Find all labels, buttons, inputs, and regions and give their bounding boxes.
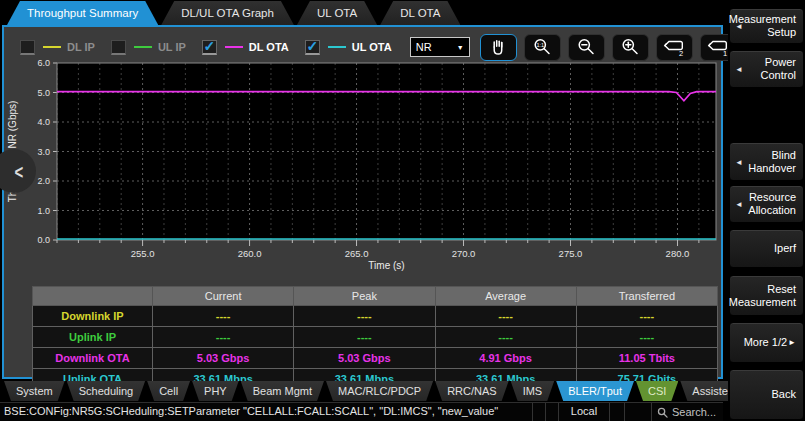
search-placeholder: Search...: [672, 406, 716, 418]
status-bar: BSE:CONFig:NR5G:SCHeduling:SETParameter …: [0, 402, 723, 421]
cell-peak: ----: [294, 327, 435, 348]
legend-item-ul-ota: ✓ UL OTA: [305, 40, 392, 55]
sidebar-button-more[interactable]: More 1/2 ►: [729, 322, 804, 363]
ul-ip-checkbox[interactable]: [111, 40, 126, 55]
search-box[interactable]: Search...: [651, 403, 723, 421]
tab-csi[interactable]: CSI: [636, 381, 678, 401]
sidebar-button-power-control[interactable]: ◄ Power Control: [729, 50, 804, 88]
softkey-sidebar: ◄ Measurement Setup ◄ Power Control ◄ Bl…: [728, 0, 805, 421]
ul-ip-color-swatch: [134, 46, 152, 48]
sidebar-button-label: Resource Allocation: [737, 191, 796, 217]
search-icon: [657, 407, 668, 418]
x-tick-label: 265.0: [345, 248, 369, 259]
tab-system[interactable]: System: [4, 381, 65, 401]
zoom-out-icon: [576, 37, 596, 57]
sidebar-button-label: Back: [772, 388, 796, 401]
column-header-blank: [33, 287, 153, 306]
sidebar-button-reset-measurement[interactable]: Reset Measurement: [729, 275, 804, 316]
sidebar-button-blind-handover[interactable]: ◄ Blind Handover: [729, 142, 804, 181]
column-header-current: Current: [153, 287, 294, 306]
svg-text:1:1: 1:1: [537, 42, 545, 48]
row-label: Downlink OTA: [33, 348, 153, 369]
chevron-left-icon: <: [15, 160, 24, 182]
status-cell: [532, 403, 545, 421]
dl-ota-color-swatch: [225, 46, 243, 48]
sidebar-button-label: Iperf: [774, 242, 796, 255]
row-label: Downlink IP: [33, 306, 153, 327]
tab-ul-ota[interactable]: UL OTA: [297, 1, 377, 25]
table-row-downlink-ota: Downlink OTA 5.03 Gbps 5.03 Gbps 4.91 Gb…: [33, 348, 718, 369]
throughput-chart[interactable]: 0.01.02.03.04.05.06.0255.0260.0265.0270.…: [4, 55, 720, 277]
hand-icon: [488, 37, 508, 57]
status-cell: [624, 403, 651, 421]
local-remote-indicator: Local: [558, 403, 609, 421]
dl-ip-checkbox[interactable]: [20, 40, 35, 55]
throughput-table: Current Peak Average Transferred Downlin…: [32, 286, 718, 390]
technology-dropdown-value: NR: [416, 41, 432, 53]
x-tick-label: 280.0: [666, 248, 690, 259]
graph-tab-bar: Throughput Summary DL/UL OTA Graph UL OT…: [2, 0, 723, 25]
marker-1-icon: 1: [706, 37, 730, 57]
column-header-transferred: Transferred: [576, 287, 717, 306]
status-cell: [609, 403, 624, 421]
left-arrow-icon: ◄: [735, 63, 743, 76]
y-tick-label: 4.0: [37, 117, 50, 127]
tab-cell[interactable]: Cell: [147, 381, 190, 401]
tab-rrc-nas[interactable]: RRC/NAS: [435, 381, 509, 401]
ul-ota-checkbox[interactable]: ✓: [305, 40, 320, 55]
sidebar-button-back[interactable]: Back: [729, 369, 804, 420]
y-tick-label: 0.0: [37, 235, 50, 245]
cell-transferred: ----: [576, 327, 717, 348]
sidebar-button-resource-allocation[interactable]: ◄ Resource Allocation: [729, 185, 804, 223]
tab-mac-rlc-pdcp[interactable]: MAC/RLC/PDCP: [326, 381, 433, 401]
technology-dropdown[interactable]: NR ▼: [410, 37, 470, 57]
x-tick-label: 260.0: [238, 248, 262, 259]
svg-text:1: 1: [723, 49, 727, 57]
dl-ota-checkbox[interactable]: ✓: [202, 40, 217, 55]
tab-beam-mgmt[interactable]: Beam Mgmt: [241, 381, 324, 401]
chevron-down-icon: ▼: [457, 44, 464, 51]
tab-dl-ota[interactable]: DL OTA: [380, 1, 460, 25]
legend-item-dl-ota: ✓ DL OTA: [202, 40, 289, 55]
table-row-uplink-ip: Uplink IP ---- ---- ---- ----: [33, 327, 718, 348]
dl-ip-color-swatch: [43, 46, 61, 48]
throughput-summary-panel: DL IP UL IP ✓ DL OTA ✓ UL OTA NR ▼: [2, 25, 723, 379]
row-label: Uplink IP: [33, 327, 153, 348]
table-row-downlink-ip: Downlink IP ---- ---- ---- ----: [33, 306, 718, 327]
tab-throughput-summary[interactable]: Throughput Summary: [7, 1, 158, 25]
x-tick-label: 275.0: [559, 248, 583, 259]
tab-ims[interactable]: IMS: [511, 381, 555, 401]
sidebar-button-label: Reset Measurement: [729, 283, 796, 309]
cell-average: ----: [435, 306, 576, 327]
sidebar-button-measurement-setup[interactable]: ◄ Measurement Setup: [729, 8, 804, 44]
config-tab-bar: System Scheduling Cell PHY Beam Mgmt MAC…: [2, 381, 723, 401]
tab-phy[interactable]: PHY: [192, 381, 239, 401]
y-tick-label: 2.0: [37, 176, 50, 186]
y-tick-label: 6.0: [37, 58, 50, 68]
cell-transferred: 11.05 Tbits: [576, 348, 717, 369]
right-arrow-icon: ►: [788, 336, 796, 349]
cell-average: ----: [435, 327, 576, 348]
cell-current: ----: [153, 306, 294, 327]
left-arrow-icon: ◄: [735, 198, 743, 211]
cell-transferred: ----: [576, 306, 717, 327]
y-tick-label: 1.0: [37, 206, 50, 216]
status-cell: [545, 403, 558, 421]
tab-bler-tput[interactable]: BLER/Tput: [556, 381, 634, 401]
ul-ota-color-swatch: [328, 46, 346, 48]
tab-dlul-ota-graph[interactable]: DL/UL OTA Graph: [161, 1, 294, 25]
x-axis-title: Time (s): [368, 260, 404, 271]
sidebar-button-iperf[interactable]: Iperf: [729, 229, 804, 268]
ul-ip-label: UL IP: [158, 41, 186, 53]
sidebar-button-label: Blind Handover: [737, 149, 796, 175]
y-tick-label: 5.0: [37, 88, 50, 98]
dl-ip-label: DL IP: [67, 41, 95, 53]
legend-item-ul-ip: UL IP: [111, 40, 186, 55]
cell-current: 5.03 Gbps: [153, 348, 294, 369]
cell-current: ----: [153, 327, 294, 348]
left-arrow-icon: ◄: [735, 155, 743, 168]
ul-ota-label: UL OTA: [352, 41, 392, 53]
left-arrow-icon: ◄: [735, 20, 743, 33]
sidebar-button-label: More 1/2: [744, 336, 787, 349]
tab-scheduling[interactable]: Scheduling: [67, 381, 145, 401]
